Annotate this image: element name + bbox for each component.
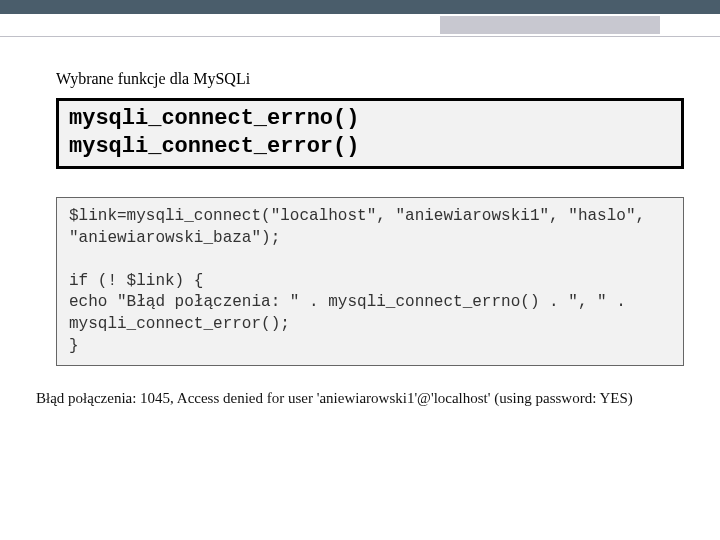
function-box: mysqli_connect_errno() mysqli_connect_er… [56, 98, 684, 169]
code-box: $link=mysqli_connect("localhost", "aniew… [56, 197, 684, 366]
divider-line [0, 36, 720, 37]
accent-strip [440, 16, 660, 34]
function-line-1: mysqli_connect_errno() [69, 105, 671, 133]
header-bar [0, 0, 720, 14]
output-text: Błąd połączenia: 1045, Access denied for… [36, 390, 684, 407]
function-line-2: mysqli_connect_error() [69, 133, 671, 161]
content-area: Wybrane funkcje dla MySQLi mysqli_connec… [0, 14, 720, 407]
section-title: Wybrane funkcje dla MySQLi [56, 70, 684, 88]
